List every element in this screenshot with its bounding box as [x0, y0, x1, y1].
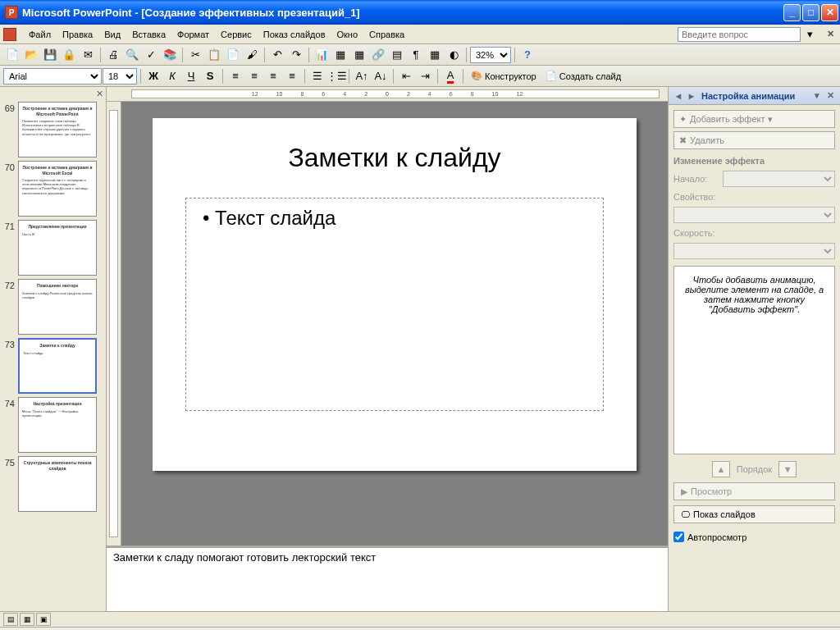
task-pane: ◄ ► Настройка анимации ▾ ✕ ✦ Добавить эф…	[668, 87, 840, 611]
format-painter-button[interactable]: 🖌	[243, 46, 261, 64]
menu-insert[interactable]: Вставка	[126, 28, 171, 41]
shadow-button[interactable]: S	[201, 67, 219, 85]
slide-thumbnail[interactable]: Настройка презентацииМеню "Показ слайдов…	[18, 397, 97, 453]
current-slide[interactable]: Заметки к слайду Текст слайда	[153, 118, 637, 471]
align-center-button[interactable]: ≡	[245, 67, 263, 85]
open-button[interactable]: 📂	[22, 46, 40, 64]
window-titlebar: P Microsoft PowerPoint - [Создание эффек…	[0, 0, 840, 25]
slide-thumbnail[interactable]: Структурные компоненты показа слайдов	[18, 456, 97, 512]
property-select[interactable]	[673, 207, 835, 223]
save-button[interactable]: 💾	[41, 46, 59, 64]
slide-canvas[interactable]: Заметки к слайду Текст слайда	[121, 102, 668, 546]
decrease-indent-button[interactable]: ⇤	[397, 67, 415, 85]
italic-button[interactable]: К	[163, 67, 181, 85]
thumbnails-close-button[interactable]: ✕	[96, 89, 103, 99]
reorder-down-button[interactable]: ▼	[778, 461, 797, 477]
font-size-select[interactable]: 18	[103, 68, 137, 84]
align-left-button[interactable]: ≡	[226, 67, 244, 85]
menu-window[interactable]: Окно	[331, 28, 364, 41]
notes-pane[interactable]: Заметки к сладу помогают готовить лектор…	[107, 546, 668, 611]
menu-slideshow[interactable]: Показ слайдов	[258, 28, 331, 41]
slide-thumbnail[interactable]: Помощники лектораЗаметки к слайду Различ…	[18, 279, 97, 335]
increase-indent-button[interactable]: ⇥	[416, 67, 434, 85]
copy-button[interactable]: 📋	[205, 46, 223, 64]
zoom-select[interactable]: 32%	[470, 47, 511, 63]
thumbnails-list[interactable]: 69Построение и вставка диаграмм в Micros…	[0, 100, 106, 611]
underline-button[interactable]: Ч	[182, 67, 200, 85]
slideshow-button[interactable]: 🖵 Показ слайдов	[673, 505, 835, 523]
slide-sorter-view-button[interactable]: ▦	[20, 613, 34, 626]
insert-hyperlink-button[interactable]: 🔗	[369, 46, 387, 64]
font-color-button[interactable]: A	[441, 67, 459, 85]
new-button[interactable]: 📄	[3, 46, 21, 64]
menu-edit[interactable]: Правка	[57, 28, 98, 41]
menu-tools[interactable]: Сервис	[215, 28, 258, 41]
task-pane-forward-button[interactable]: ►	[685, 89, 698, 103]
view-mode-buttons: ▤ ▦ ▣	[0, 612, 840, 627]
design-button[interactable]: 🎨 Конструктор	[467, 67, 541, 85]
reorder-up-button[interactable]: ▲	[712, 461, 730, 477]
mdi-close-button[interactable]: ✕	[824, 28, 837, 41]
slide-bullet-text[interactable]: Текст слайда	[203, 207, 587, 230]
task-pane-header: ◄ ► Настройка анимации ▾ ✕	[669, 87, 840, 105]
menu-view[interactable]: Вид	[98, 28, 126, 41]
bold-button[interactable]: Ж	[144, 67, 162, 85]
add-effect-button[interactable]: ✦ Добавить эффект ▾	[673, 110, 835, 128]
bullets-button[interactable]: ⋮☰	[327, 67, 345, 85]
color-grayscale-button[interactable]: ◐	[445, 46, 463, 64]
remove-effect-button[interactable]: ✖ Удалить	[673, 131, 835, 149]
task-pane-close-button[interactable]: ✕	[824, 89, 837, 103]
help-button[interactable]: ?	[518, 46, 536, 64]
expand-all-button[interactable]: ▤	[388, 46, 406, 64]
speed-select[interactable]	[673, 243, 835, 259]
font-name-select[interactable]: Arial	[3, 68, 102, 84]
slide-content-placeholder[interactable]: Текст слайда	[185, 198, 604, 411]
insert-chart-button[interactable]: 📊	[313, 46, 331, 64]
permission-button[interactable]: 🔒	[60, 46, 78, 64]
undo-button[interactable]: ↶	[268, 46, 286, 64]
help-search-input[interactable]	[678, 27, 801, 42]
slide-thumbnail[interactable]: Заметки к слайдуТекст слайда	[18, 338, 97, 394]
menu-file[interactable]: Файл	[23, 28, 57, 41]
slide-thumbnail[interactable]: Построение и вставка диаграмм в Microsof…	[18, 102, 97, 158]
vertical-ruler[interactable]	[107, 102, 121, 546]
show-grid-button[interactable]: ▦	[426, 46, 444, 64]
cut-button[interactable]: ✂	[186, 46, 204, 64]
decrease-font-button[interactable]: A↓	[372, 67, 390, 85]
start-select[interactable]	[723, 171, 835, 187]
property-label: Свойство:	[673, 192, 723, 202]
menu-help[interactable]: Справка	[363, 28, 410, 41]
horizontal-ruler[interactable]: 12108642024681012	[107, 87, 668, 102]
increase-font-button[interactable]: A↑	[353, 67, 371, 85]
normal-view-button[interactable]: ▤	[3, 613, 18, 626]
insert-table-button[interactable]: ▦	[331, 46, 349, 64]
autopreview-checkbox[interactable]	[673, 532, 684, 542]
tables-borders-button[interactable]: ▦	[350, 46, 368, 64]
task-pane-dropdown-button[interactable]: ▾	[810, 89, 824, 103]
window-close-button[interactable]: ✕	[821, 4, 838, 21]
slideshow-view-button[interactable]: ▣	[36, 613, 51, 626]
change-effect-label: Изменение эффекта	[673, 156, 835, 166]
align-justify-button[interactable]: ≡	[283, 67, 301, 85]
research-button[interactable]: 📚	[161, 46, 179, 64]
preview-button[interactable]: ▶ Просмотр	[673, 482, 835, 500]
redo-button[interactable]: ↷	[287, 46, 305, 64]
menu-format[interactable]: Формат	[171, 28, 215, 41]
numbering-button[interactable]: ☰	[308, 67, 326, 85]
slide-thumbnail[interactable]: Представление презентацииЧасть III	[18, 220, 97, 276]
window-minimize-button[interactable]: _	[783, 4, 801, 21]
new-slide-button[interactable]: 📄 Создать слайд	[541, 67, 625, 85]
email-button[interactable]: ✉	[79, 46, 97, 64]
print-button[interactable]: 🖨	[104, 46, 122, 64]
help-dropdown-button[interactable]: ▾	[801, 25, 819, 43]
spelling-button[interactable]: ✓	[142, 46, 160, 64]
slide-thumbnail[interactable]: Построение и вставка диаграмм в Microsof…	[18, 161, 97, 217]
show-formatting-button[interactable]: ¶	[407, 46, 425, 64]
document-icon	[3, 28, 16, 41]
print-preview-button[interactable]: 🔍	[123, 46, 141, 64]
align-right-button[interactable]: ≡	[264, 67, 282, 85]
paste-button[interactable]: 📄	[224, 46, 242, 64]
slide-title-placeholder[interactable]: Заметки к слайду	[185, 143, 604, 173]
window-maximize-button[interactable]: □	[802, 4, 819, 21]
task-pane-back-button[interactable]: ◄	[672, 89, 685, 103]
